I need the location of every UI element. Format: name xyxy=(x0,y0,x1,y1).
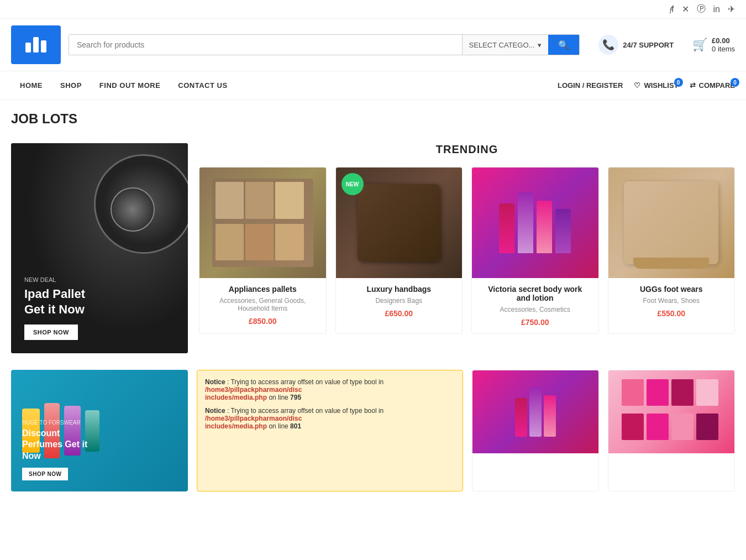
product-info-handbags: Luxury handbags Designers Bags £650.00 xyxy=(336,278,463,325)
header: SELECT CATEGO... ▾ 🔍 📞 24/7 SUPPORT 🛒 £0… xyxy=(0,19,746,71)
product-categories: Designers Bags xyxy=(343,297,456,305)
bottom-banner-perfumes: HUGE TO FORSWEAR Discount Perfumes Get i… xyxy=(11,370,188,491)
product-name: UGGs foot wears xyxy=(615,285,728,294)
notice-label-2: Notice xyxy=(205,407,225,415)
product-info-appliances: Appliances pallets Accessories, General … xyxy=(199,278,326,332)
bottom-product-image-2 xyxy=(608,370,734,453)
bottom-row: HUGE TO FORSWEAR Discount Perfumes Get i… xyxy=(11,370,735,491)
product-name: Appliances pallets xyxy=(206,285,319,294)
notice-label-1: Notice xyxy=(205,378,225,386)
product-categories: Accessories, Cosmetics xyxy=(479,306,592,313)
cart-block[interactable]: 🛒 £0.00 0 items xyxy=(692,36,735,53)
nav-contact-us[interactable]: CONTACT US xyxy=(169,71,236,100)
hero-tag: New Deal xyxy=(24,276,175,283)
compare-icon: ⇄ xyxy=(690,81,696,90)
notice-line-1: on line xyxy=(269,394,290,401)
trending-section: TRENDING xyxy=(199,143,735,353)
bottom-product-victoria-2[interactable] xyxy=(472,370,599,491)
logo-bar-3 xyxy=(41,40,46,53)
product-card-uggs[interactable]: UGGs foot wears Foot Wears, Shoes £550.0… xyxy=(608,167,736,334)
bottom-banner-content: HUGE TO FORSWEAR Discount Perfumes Get i… xyxy=(22,420,177,480)
nav-find-out-more[interactable]: FIND OUT MORE xyxy=(91,71,170,100)
bottom-banner-title: Discount Perfumes Get it Now xyxy=(22,428,177,462)
notice-lineno-1: 795 xyxy=(290,394,301,401)
heart-icon: ♡ xyxy=(634,81,640,90)
cart-info: £0.00 0 items xyxy=(712,36,735,53)
notice-lineno-2: 801 xyxy=(290,422,301,430)
hero-grid: New Deal Ipad Pallet Get it Now SHOP NOW… xyxy=(11,143,735,353)
product-price: £850.00 xyxy=(206,317,319,326)
product-categories: Accessories, General Goods, Household It… xyxy=(206,297,319,312)
notice-line-2: on line xyxy=(269,422,290,430)
hero-shop-now-button[interactable]: SHOP NOW xyxy=(24,325,78,340)
top-bar: 𝓯f ✕ Ⓟ in ✈ xyxy=(0,0,746,19)
product-image-handbags: NEW xyxy=(336,168,463,278)
notice-text-2: : Trying to access array offset on value… xyxy=(227,407,383,415)
logo-bar-1 xyxy=(25,43,31,53)
notice-text-1: : Trying to access array offset on value… xyxy=(227,378,383,386)
bottom-shop-now-button[interactable]: SHOP NOW xyxy=(22,468,68,480)
logo[interactable] xyxy=(11,25,61,64)
bottom-product-image-1 xyxy=(472,370,598,453)
nav-right: LOGIN / REGISTER ♡ 0 WISHLIST ⇄ 0 COMPAR… xyxy=(558,81,735,90)
page-content: JOB LOTS New Deal Ipad Pallet Get it Now… xyxy=(0,100,746,503)
product-card-appliances[interactable]: Appliances pallets Accessories, General … xyxy=(199,167,327,334)
hero-content: New Deal Ipad Pallet Get it Now SHOP NOW xyxy=(24,276,175,340)
product-card-handbags[interactable]: NEW Luxury handbags Designers Bags £650.… xyxy=(335,167,463,334)
compare-badge: 0 xyxy=(731,78,739,87)
page-title: JOB LOTS xyxy=(11,111,735,127)
product-image-appliances xyxy=(199,168,326,278)
chevron-down-icon: ▾ xyxy=(538,41,542,49)
phone-icon: 📞 xyxy=(598,35,618,55)
bottom-banner-tag: HUGE TO FORSWEAR xyxy=(22,420,177,426)
pinterest-icon[interactable]: Ⓟ xyxy=(697,3,706,15)
product-categories: Foot Wears, Shoes xyxy=(615,297,728,305)
product-new-badge: NEW xyxy=(342,173,364,195)
product-info-uggs: UGGs foot wears Foot Wears, Shoes £550.0… xyxy=(608,278,735,325)
logo-bars xyxy=(25,37,46,53)
product-price: £650.00 xyxy=(343,309,456,318)
product-price: £750.00 xyxy=(479,318,592,327)
bottom-product-cosmetics[interactable] xyxy=(608,370,735,491)
support-label: 24/7 SUPPORT xyxy=(623,41,674,49)
product-image-victoria xyxy=(472,168,598,278)
compare-button[interactable]: ⇄ 0 COMPARE xyxy=(690,81,735,90)
product-name: Luxury handbags xyxy=(343,285,456,294)
cart-icon: 🛒 xyxy=(692,38,707,52)
product-info-victoria: Victoria secret body work and lotion Acc… xyxy=(472,278,598,333)
search-wrapper: SELECT CATEGO... ▾ 🔍 xyxy=(69,34,580,55)
logo-bar-2 xyxy=(33,37,39,53)
search-icon: 🔍 xyxy=(558,40,569,50)
trending-title: TRENDING xyxy=(199,143,735,156)
facebook-icon[interactable]: 𝓯f xyxy=(669,4,674,14)
wishlist-button[interactable]: ♡ 0 WISHLIST xyxy=(634,81,678,90)
product-name: Victoria secret body work and lotion xyxy=(479,285,592,302)
search-input[interactable] xyxy=(69,35,462,55)
login-register-button[interactable]: LOGIN / REGISTER xyxy=(558,81,623,90)
search-button[interactable]: 🔍 xyxy=(548,35,579,55)
search-category-dropdown[interactable]: SELECT CATEGO... ▾ xyxy=(462,35,549,55)
notice-block: Notice : Trying to access array offset o… xyxy=(197,370,463,491)
twitter-x-icon[interactable]: ✕ xyxy=(682,4,689,14)
hero-banner: New Deal Ipad Pallet Get it Now SHOP NOW xyxy=(11,143,188,353)
nav-shop[interactable]: SHOP xyxy=(51,71,91,100)
linkedin-icon[interactable]: in xyxy=(713,4,720,14)
cart-price: £0.00 xyxy=(712,36,735,45)
category-label: SELECT CATEGO... xyxy=(469,41,535,49)
product-card-victoria[interactable]: Victoria secret body work and lotion Acc… xyxy=(471,167,599,334)
hero-title: Ipad Pallet Get it Now xyxy=(24,286,175,318)
cart-items: 0 items xyxy=(712,45,735,53)
support-block: 📞 24/7 SUPPORT xyxy=(598,35,674,55)
product-price: £550.00 xyxy=(615,309,728,318)
nav-home[interactable]: HOME xyxy=(11,71,51,100)
telegram-icon[interactable]: ✈ xyxy=(728,4,735,14)
products-grid: Appliances pallets Accessories, General … xyxy=(199,167,735,334)
nav: HOME SHOP FIND OUT MORE CONTACT US LOGIN… xyxy=(0,71,746,100)
product-image-uggs xyxy=(608,168,735,278)
wishlist-badge: 0 xyxy=(674,78,683,87)
